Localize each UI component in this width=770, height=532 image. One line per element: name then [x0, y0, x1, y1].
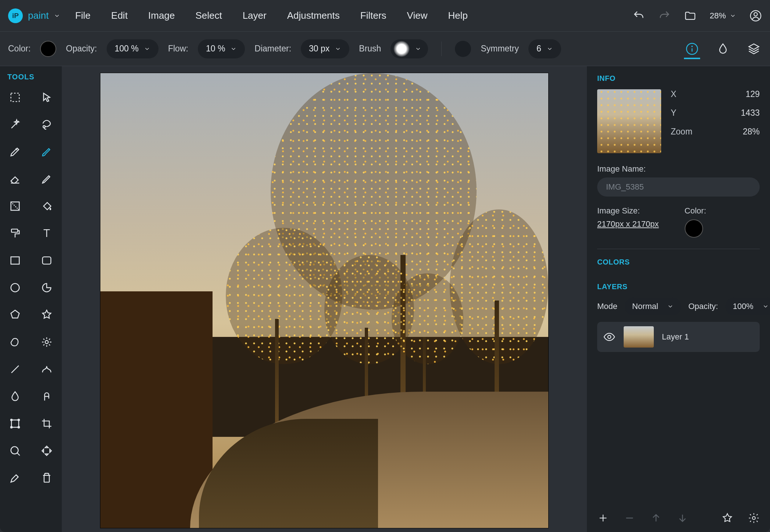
gear-icon: [40, 336, 53, 348]
blend-mode-value: Normal: [632, 302, 658, 311]
tool-eyedropper[interactable]: [3, 467, 27, 489]
brush-icon: [40, 145, 53, 158]
undo-button[interactable]: [632, 10, 645, 22]
svg-point-11: [11, 284, 19, 292]
redo-button[interactable]: [658, 10, 671, 22]
chevron-down-icon: [144, 46, 150, 52]
tool-brush[interactable]: [35, 141, 58, 163]
layer-opacity-label: Opacity:: [688, 302, 718, 311]
opacity-dropdown[interactable]: 100 %: [107, 39, 158, 58]
layers-panel-button[interactable]: [746, 41, 762, 57]
tool-text[interactable]: [35, 222, 58, 244]
menu-file[interactable]: File: [75, 10, 90, 21]
symmetry-toggle[interactable]: [455, 41, 471, 57]
layer-opacity-dropdown[interactable]: 100%: [726, 298, 770, 315]
info-color-swatch[interactable]: [685, 219, 703, 238]
tool-marquee-select[interactable]: [3, 86, 27, 108]
menu-bar: iP paint File Edit Image Select Layer Ad…: [0, 0, 770, 32]
brush-preview-icon: [393, 41, 410, 57]
tool-polygon[interactable]: [3, 304, 27, 326]
blend-mode-dropdown[interactable]: Normal: [625, 298, 681, 315]
menu-edit[interactable]: Edit: [111, 10, 128, 21]
y-label: Y: [671, 108, 676, 118]
brand-block[interactable]: iP paint: [8, 8, 60, 23]
tool-transform[interactable]: [3, 413, 27, 435]
tool-rounded-rectangle[interactable]: [35, 249, 58, 272]
tool-curve[interactable]: [35, 358, 58, 380]
flow-dropdown[interactable]: 10 %: [198, 39, 245, 58]
move-layer-down-button[interactable]: [677, 512, 688, 524]
tool-magic-wand[interactable]: [3, 114, 27, 136]
favorite-layer-button[interactable]: [721, 512, 733, 524]
info-thumbnail[interactable]: [597, 89, 661, 153]
tool-blob[interactable]: [3, 331, 27, 353]
diameter-dropdown[interactable]: 30 px: [301, 39, 349, 58]
tool-paint-roller[interactable]: [3, 222, 27, 244]
tool-trash[interactable]: [35, 467, 58, 489]
menu-adjustments[interactable]: Adjustments: [287, 10, 340, 21]
layer-row[interactable]: Layer 1: [597, 322, 760, 352]
tool-ellipse[interactable]: [3, 277, 27, 299]
delete-layer-button[interactable]: [624, 512, 635, 524]
app-name: paint: [28, 10, 49, 21]
tool-pencil[interactable]: [35, 168, 58, 190]
tool-star[interactable]: [35, 304, 58, 326]
layer-opacity-value: 100%: [733, 302, 753, 311]
tool-rectangle[interactable]: [3, 249, 27, 272]
add-layer-button[interactable]: [597, 512, 609, 524]
visibility-icon[interactable]: [603, 331, 616, 343]
lasso-icon: [40, 118, 53, 131]
foreground-color-swatch[interactable]: [40, 41, 56, 57]
brush-preset-dropdown[interactable]: [391, 39, 428, 58]
tool-smudge[interactable]: [35, 385, 58, 407]
gradient-icon: [9, 200, 21, 212]
svg-point-21: [752, 517, 755, 520]
menu-image[interactable]: Image: [148, 10, 175, 21]
tool-pen[interactable]: [3, 141, 27, 163]
tool-fill-bucket[interactable]: [35, 195, 58, 217]
move-layer-up-button[interactable]: [650, 512, 662, 524]
trash-icon: [40, 472, 53, 484]
chevron-down-icon: [335, 46, 341, 52]
canvas-area[interactable]: [62, 66, 587, 532]
svg-rect-9: [11, 257, 19, 264]
tool-pie[interactable]: [35, 277, 58, 299]
image-name-input[interactable]: [597, 177, 760, 197]
star-icon: [40, 309, 53, 321]
pen-icon: [9, 145, 21, 158]
tool-line[interactable]: [3, 358, 27, 380]
zoom-display[interactable]: 28%: [710, 11, 736, 21]
svg-point-6: [43, 126, 45, 128]
layer-settings-button[interactable]: [748, 512, 760, 524]
tool-blur[interactable]: [3, 385, 27, 407]
tool-crop[interactable]: [35, 413, 58, 435]
tool-pan-arrows[interactable]: [35, 440, 58, 462]
tool-eraser[interactable]: [3, 168, 27, 190]
menu-layer[interactable]: Layer: [243, 10, 267, 21]
image-size-link[interactable]: 2170px x 2170px: [597, 219, 659, 229]
blob-icon: [9, 336, 21, 348]
menu-view[interactable]: View: [407, 10, 428, 21]
fill-bucket-icon: [40, 200, 53, 212]
svg-rect-19: [44, 475, 49, 482]
info-panel-button[interactable]: [684, 43, 700, 59]
tool-zoom[interactable]: [3, 440, 27, 462]
open-file-button[interactable]: [684, 10, 696, 22]
chevron-down-icon: [54, 12, 60, 19]
menu-help[interactable]: Help: [448, 10, 467, 21]
panel-switcher: [684, 41, 762, 57]
menu-select[interactable]: Select: [195, 10, 222, 21]
pointer-icon: [40, 91, 53, 104]
colors-title[interactable]: COLORS: [597, 258, 760, 266]
image-name-label: Image Name:: [597, 164, 760, 174]
menu-filters[interactable]: Filters: [360, 10, 386, 21]
tool-gear[interactable]: [35, 331, 58, 353]
account-button[interactable]: [749, 10, 762, 22]
symmetry-dropdown[interactable]: 6: [528, 39, 561, 58]
tool-gradient[interactable]: [3, 195, 27, 217]
tool-pointer[interactable]: [35, 86, 58, 108]
canvas-image[interactable]: [100, 73, 549, 528]
tool-lasso[interactable]: [35, 114, 58, 136]
tools-panel: TOOLS: [0, 66, 62, 532]
adjust-panel-button[interactable]: [715, 41, 731, 57]
